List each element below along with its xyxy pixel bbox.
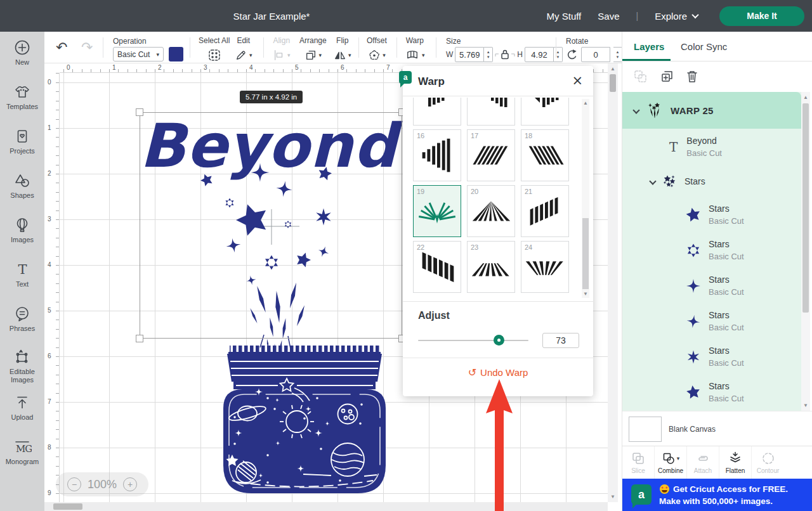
sidebar-item-editable-images[interactable]: Editable Images: [0, 349, 44, 384]
warp-style-15[interactable]: [521, 98, 569, 126]
layer-row-stars-group[interactable]: Stars: [622, 165, 801, 197]
warp-panel-header: Warp ×: [403, 66, 593, 96]
select-all-button[interactable]: Select All: [199, 36, 230, 62]
warp-style-21[interactable]: 21: [521, 185, 569, 237]
sidebar-item-shapes[interactable]: Shapes: [0, 172, 44, 200]
layer-row-stars[interactable]: StarsBasic Cut: [622, 375, 801, 410]
warp-style-16[interactable]: 16: [413, 129, 461, 181]
layer-name: Stars: [709, 203, 744, 214]
height-input[interactable]: [525, 47, 554, 62]
sidebar-item-new[interactable]: New: [0, 39, 44, 67]
redo-icon[interactable]: ↷: [81, 39, 93, 56]
warp-style-19-selected[interactable]: 19: [413, 185, 461, 237]
warp-style-14[interactable]: [467, 98, 515, 126]
warp-style-22[interactable]: 22: [413, 241, 461, 293]
rotate-icon[interactable]: [566, 49, 578, 61]
scroll-up-icon[interactable]: ▲: [801, 94, 810, 100]
undo-icon[interactable]: ↶: [56, 39, 67, 56]
layer-row-warp-group[interactable]: WARP 25: [622, 92, 801, 129]
adjust-slider-track[interactable]: [418, 340, 528, 341]
select-all-label: Select All: [199, 36, 230, 45]
flatten-button[interactable]: Flatten: [719, 446, 752, 479]
flip-button[interactable]: Flip ▾: [334, 36, 351, 62]
zoom-level: 100%: [88, 478, 117, 491]
save-link[interactable]: Save: [598, 11, 619, 22]
offset-button[interactable]: Offset ▾: [367, 36, 387, 62]
chevron-down-icon: ▾: [249, 52, 252, 58]
warp-style-23[interactable]: 23: [467, 241, 515, 293]
cricut-access-banner[interactable]: a Get Cricut Access for FREE. Make with …: [622, 479, 812, 511]
warp-style-number: 21: [525, 188, 532, 195]
sidebar-item-upload[interactable]: Upload: [0, 394, 44, 422]
scroll-down-icon[interactable]: ▼: [801, 403, 810, 408]
sidebar-item-phrases[interactable]: Phrases: [0, 306, 44, 333]
selection-handle-bottom-left[interactable]: [136, 335, 143, 342]
rotate-stepper[interactable]: ▲▼: [613, 47, 622, 62]
scroll-up-icon[interactable]: ▲: [608, 66, 618, 72]
warp-style-20[interactable]: 20: [467, 185, 515, 237]
tab-color-sync[interactable]: Color Sync: [681, 41, 727, 52]
width-stepper[interactable]: ▲▼: [484, 47, 493, 62]
warp-style-24[interactable]: 24: [521, 241, 569, 293]
sidebar-item-text[interactable]: T Text: [0, 261, 44, 288]
scrollbar-thumb[interactable]: [610, 74, 616, 92]
layer-row-stars[interactable]: StarsBasic Cut: [622, 304, 801, 339]
chevron-down-icon: ▾: [383, 52, 386, 58]
sparkle-4-icon: [686, 314, 701, 329]
make-it-button[interactable]: Make It: [719, 6, 804, 26]
scroll-up-icon[interactable]: ▲: [582, 100, 589, 106]
rotate-input[interactable]: [581, 47, 610, 62]
sidebar-item-templates[interactable]: Templates: [0, 84, 44, 111]
close-icon[interactable]: ×: [572, 73, 583, 88]
duplicate-icon[interactable]: [660, 70, 674, 86]
selection-handle-top-left[interactable]: [136, 108, 143, 116]
edit-button[interactable]: Edit ▾: [235, 36, 252, 62]
ruler-number: 7: [386, 64, 390, 71]
sidebar-item-monogram[interactable]: MG Monogram: [0, 439, 44, 466]
layer-row-stars[interactable]: StarsBasic Cut: [622, 268, 801, 304]
scrollbar-thumb[interactable]: [802, 103, 809, 313]
warp-style-number: 23: [471, 243, 478, 251]
operation-value: Basic Cut: [117, 50, 150, 59]
adjust-value-input[interactable]: [542, 333, 579, 348]
offset-label: Offset: [367, 36, 387, 45]
adjust-slider-thumb[interactable]: [494, 335, 504, 346]
warp-grid-scrollbar[interactable]: ▲ ▼: [582, 99, 589, 298]
zoom-in-button[interactable]: +: [123, 477, 137, 491]
warp-style-17[interactable]: 17: [467, 129, 515, 181]
undo-warp-button[interactable]: ↺ Undo Warp: [403, 366, 593, 378]
blank-canvas-swatch[interactable]: [629, 417, 662, 442]
zoom-out-button[interactable]: −: [67, 477, 81, 491]
sidebar-item-projects[interactable]: Projects: [0, 128, 44, 155]
scrollbar-thumb[interactable]: [53, 503, 82, 510]
scroll-down-icon[interactable]: ▼: [608, 494, 618, 500]
combine-button[interactable]: ▾ Combine: [655, 446, 687, 479]
lock-icon[interactable]: [494, 48, 516, 61]
star-jar-graphic[interactable]: [223, 346, 386, 493]
trash-icon[interactable]: [686, 70, 698, 86]
chevron-down-icon[interactable]: [632, 107, 639, 113]
layer-row-beyond[interactable]: T BeyondBasic Cut: [622, 129, 801, 165]
edit-toolbar: ↶ ↷ Operation Basic Cut ▾ Select All Edi…: [44, 32, 622, 63]
scrollbar-thumb[interactable]: [582, 218, 589, 289]
arrange-button[interactable]: Arrange ▾: [299, 36, 327, 62]
operation-dropdown[interactable]: Basic Cut ▾: [113, 47, 164, 61]
color-swatch[interactable]: [169, 47, 183, 61]
warp-style-18[interactable]: 18: [521, 129, 569, 181]
canvas-horizontal-scrollbar[interactable]: [44, 502, 608, 511]
sidebar-item-images[interactable]: Images: [0, 217, 44, 244]
warp-button[interactable]: Warp ▾: [405, 36, 425, 62]
canvas-vertical-scrollbar[interactable]: ▲ ▼: [608, 63, 618, 502]
layer-row-stars[interactable]: StarsBasic Cut: [622, 233, 801, 268]
width-input[interactable]: [455, 47, 484, 62]
layers-scrollbar[interactable]: ▲ ▼: [801, 92, 810, 411]
layer-row-stars[interactable]: StarsBasic Cut: [622, 197, 801, 233]
selection-bounding-box[interactable]: [140, 112, 402, 339]
chevron-down-icon[interactable]: [649, 178, 656, 184]
my-stuff-link[interactable]: My Stuff: [547, 11, 582, 22]
scroll-down-icon[interactable]: ▼: [582, 291, 589, 297]
warp-style-13[interactable]: [413, 98, 461, 126]
tab-layers[interactable]: Layers: [634, 41, 664, 52]
explore-menu[interactable]: Explore: [655, 11, 698, 22]
layer-row-stars[interactable]: StarsBasic Cut: [622, 339, 801, 375]
